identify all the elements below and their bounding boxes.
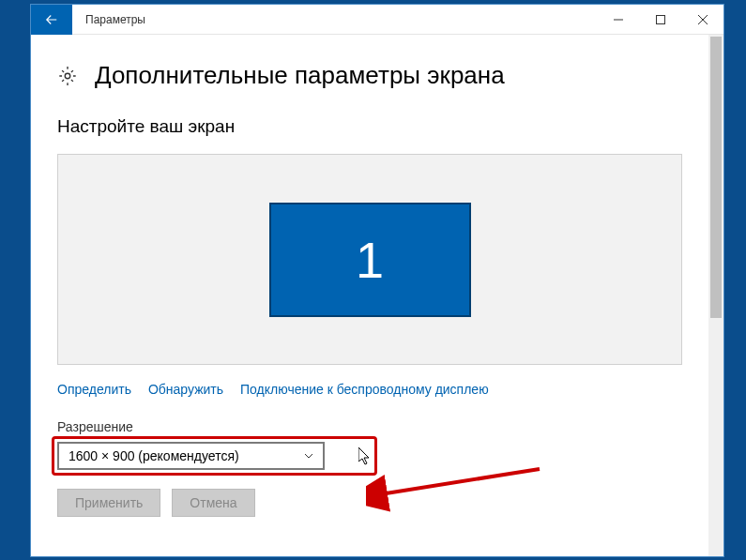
scrollbar-thumb[interactable] — [710, 37, 722, 318]
svg-rect-0 — [656, 15, 664, 23]
resolution-dropdown-wrap: 1600 × 900 (рекомендуется) — [57, 442, 325, 470]
gear-icon — [57, 66, 78, 86]
resolution-selected-text: 1600 × 900 (рекомендуется) — [69, 448, 304, 463]
action-buttons: Применить Отмена — [57, 489, 682, 517]
settings-window: Параметры Дополнительные параметры экран… — [30, 4, 724, 557]
monitor-tile[interactable]: 1 — [269, 203, 471, 317]
maximize-button[interactable] — [639, 5, 681, 35]
resolution-dropdown[interactable]: 1600 × 900 (рекомендуется) — [57, 442, 325, 470]
chevron-down-icon — [304, 451, 313, 461]
close-button[interactable] — [681, 5, 723, 35]
arrow-left-icon — [43, 11, 60, 28]
maximize-icon — [656, 15, 665, 24]
content-area: Дополнительные параметры экрана Настройт… — [31, 35, 723, 556]
page-title: Дополнительные параметры экрана — [95, 61, 505, 90]
detect-link[interactable]: Обнаружить — [148, 382, 223, 397]
display-actions-row: Определить Обнаружить Подключение к бесп… — [57, 382, 682, 397]
svg-point-1 — [65, 73, 70, 79]
resolution-label: Разрешение — [57, 419, 682, 434]
titlebar: Параметры — [31, 5, 723, 35]
vertical-scrollbar[interactable] — [708, 35, 723, 556]
window-controls — [597, 5, 723, 35]
monitor-preview-area[interactable]: 1 — [57, 154, 682, 365]
minimize-button[interactable] — [597, 5, 639, 35]
window-title: Параметры — [85, 13, 145, 26]
main-content: Дополнительные параметры экрана Настройт… — [31, 35, 708, 556]
monitor-number: 1 — [356, 231, 384, 289]
cancel-button[interactable]: Отмена — [172, 489, 254, 517]
wireless-display-link[interactable]: Подключение к беспроводному дисплею — [240, 382, 489, 397]
back-button[interactable] — [31, 5, 72, 35]
minimize-icon — [614, 15, 623, 24]
identify-link[interactable]: Определить — [57, 382, 131, 397]
cursor-icon — [358, 447, 372, 466]
apply-button[interactable]: Применить — [57, 489, 160, 517]
close-icon — [698, 15, 708, 24]
page-header: Дополнительные параметры экрана — [57, 61, 682, 90]
section-title: Настройте ваш экран — [57, 116, 682, 137]
